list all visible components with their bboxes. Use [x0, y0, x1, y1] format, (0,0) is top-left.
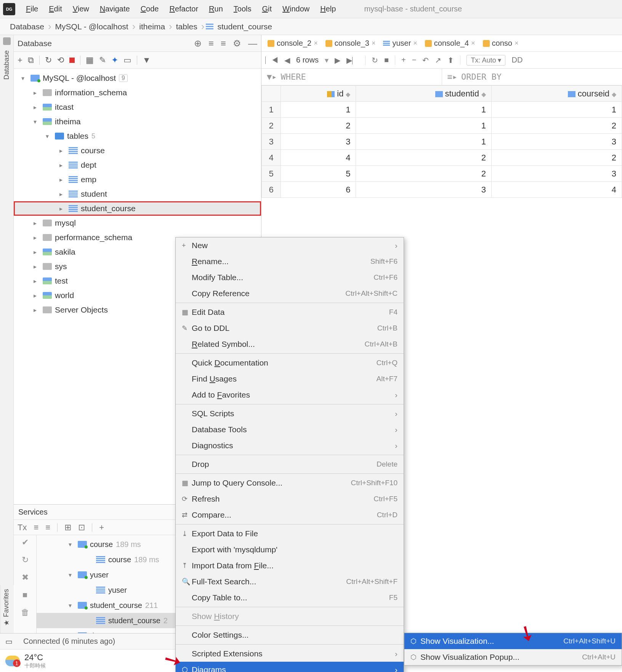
ctx-color-settings-[interactable]: Color Settings... [176, 627, 404, 643]
ctx-new[interactable]: +New› [176, 237, 404, 253]
ctx-rename-[interactable]: Rename...Shift+F6 [176, 253, 404, 269]
srv-child-yuser[interactable]: yuser [37, 582, 189, 598]
collapse-icon[interactable]: ≡ [221, 38, 226, 49]
menu-run[interactable]: Run [204, 3, 228, 15]
ctx-drop[interactable]: DropDelete [176, 456, 404, 472]
bc-table[interactable]: student_course [215, 22, 274, 31]
ctx-sql-scripts[interactable]: SQL Scripts› [176, 406, 404, 422]
database-tool-label[interactable]: Database [3, 47, 11, 83]
orderby-filter[interactable]: ≡▸ORDER BY [442, 69, 622, 85]
srv-course[interactable]: ▾course189 ms [37, 537, 189, 552]
next-icon[interactable]: ▶ [335, 56, 340, 65]
add-row-icon[interactable]: + [401, 56, 406, 64]
menu-file[interactable]: File [21, 3, 43, 15]
cancel-icon[interactable]: ✖ [22, 573, 29, 582]
menu-navigate[interactable]: Navigate [95, 3, 135, 15]
bc-connection[interactable]: MySQL - @localhost [53, 22, 131, 31]
row-count[interactable]: 6 rows [296, 56, 319, 64]
btn5-icon[interactable]: + [99, 523, 104, 532]
remove-row-icon[interactable]: − [412, 56, 417, 64]
refresh-icon[interactable]: ↻ [45, 55, 52, 65]
btn2-icon[interactable]: ≡ [45, 523, 50, 532]
tab-yuser[interactable]: yuser× [380, 35, 420, 51]
tree-mysql-localhost[interactable]: ▾MySQL - @localhost9 [14, 71, 261, 85]
stop-icon[interactable] [69, 55, 75, 65]
ctx-jump-to-query-console-[interactable]: ▦Jump to Query Console...Ctrl+Shift+F10 [176, 475, 404, 491]
ctx-diagnostics[interactable]: Diagnostics› [176, 438, 404, 454]
stop3-icon[interactable]: ■ [384, 56, 389, 64]
tx-mode[interactable]: Tx: Auto ▾ [466, 55, 505, 66]
menu-git[interactable]: Git [257, 3, 277, 15]
bc-database[interactable]: Database [8, 22, 46, 31]
first-icon[interactable]: ⎸◀ [265, 56, 278, 64]
console-icon[interactable]: ▭ [123, 55, 131, 65]
col-studentid[interactable]: studentid◆ [356, 86, 492, 102]
ctx-related-symbol-[interactable]: Related Symbol...Ctrl+Alt+B [176, 336, 404, 352]
tree-emp[interactable]: ▸emp [14, 172, 261, 187]
diagrams-submenu[interactable]: ⬡Show Visualization...Ctrl+Alt+Shift+U⬡S… [404, 633, 622, 666]
submit-icon[interactable]: ⬆ [447, 56, 454, 65]
tab-console_3[interactable]: console_3× [322, 35, 379, 51]
menu-edit[interactable]: Edit [43, 3, 67, 15]
col-id[interactable]: id◆ [281, 86, 356, 102]
database-tool-icon[interactable] [3, 37, 11, 45]
ctx-export-with-mysqldump-[interactable]: Export with 'mysqldump' [176, 542, 404, 558]
btn4-icon[interactable]: ⊡ [78, 523, 85, 532]
ctx-refresh[interactable]: ⟳RefreshCtrl+F5 [176, 491, 404, 507]
ctx-full-text-search-[interactable]: 🔍Full-Text Search...Ctrl+Alt+Shift+F [176, 574, 404, 590]
tree-course[interactable]: ▸course [14, 143, 261, 158]
tree-student[interactable]: ▸student [14, 187, 261, 201]
context-menu[interactable]: +New›Rename...Shift+F6Modify Table...Ctr… [175, 237, 404, 672]
close-icon[interactable]: × [471, 39, 475, 47]
last-icon[interactable]: ▶⎸ [346, 56, 359, 65]
weather-icon[interactable] [5, 656, 20, 666]
tree-itcast[interactable]: ▸itcast [14, 100, 261, 114]
tree-information-schema[interactable]: ▸information_schema [14, 85, 261, 100]
srv-student_course[interactable]: ▾student_course211 [37, 598, 189, 613]
tree-dept[interactable]: ▸dept [14, 158, 261, 172]
ctx-add-to-favorites[interactable]: Add to Favorites› [176, 387, 404, 403]
tree-itheima[interactable]: ▾itheima [14, 114, 261, 129]
revert-icon[interactable]: ↶ [422, 56, 429, 65]
pin-icon[interactable]: ✦ [111, 55, 118, 65]
reload-icon[interactable]: ↻ [22, 555, 29, 565]
tab-console_2[interactable]: console_2× [265, 35, 321, 51]
close-icon[interactable]: × [372, 39, 376, 47]
ctx-edit-data[interactable]: ▦Edit DataF4 [176, 304, 404, 320]
srv-yuser[interactable]: ▾yuser [37, 567, 189, 582]
expand-icon[interactable]: ≡ [208, 38, 214, 49]
minimize-icon[interactable]: — [248, 38, 257, 49]
event-log-icon[interactable]: ▭ [5, 637, 13, 646]
filter-icon[interactable]: ▼ [143, 55, 151, 65]
ctx-diagrams[interactable]: ⬡Diagrams› [176, 662, 404, 672]
tree-student-course[interactable]: ▸student_course [14, 201, 261, 216]
bc-tables[interactable]: tables [174, 22, 200, 31]
reload2-icon[interactable]: ↻ [372, 56, 378, 65]
menu-tools[interactable]: Tools [228, 3, 257, 15]
btn3-icon[interactable]: ⊞ [64, 523, 71, 532]
target-icon[interactable]: ⊕ [194, 38, 202, 49]
close-icon[interactable]: × [515, 39, 519, 47]
menu-window[interactable]: Window [277, 3, 315, 15]
prev-icon[interactable]: ◀ [284, 56, 290, 65]
ctx-compare-[interactable]: ⇄Compare...Ctrl+D [176, 507, 404, 523]
edit-icon[interactable]: ✎ [99, 55, 106, 65]
ctx-import-data-from-file-[interactable]: ⤒Import Data from File... [176, 558, 404, 574]
stop2-icon[interactable]: ■ [22, 590, 27, 600]
ctx-find-usages[interactable]: Find UsagesAlt+F7 [176, 371, 404, 387]
ctx-quick-documentation[interactable]: Quick DocumentationCtrl+Q [176, 355, 404, 371]
srv-child-student_course[interactable]: student_course2 [37, 613, 189, 628]
srv-child-course[interactable]: course189 ms [37, 552, 189, 567]
col-courseid[interactable]: courseid◆ [491, 86, 622, 102]
close-icon[interactable]: × [314, 39, 318, 47]
btn1-icon[interactable]: ≡ [34, 523, 38, 532]
ctx-copy-table-to-[interactable]: Copy Table to...F5 [176, 590, 404, 606]
sync-icon[interactable]: ⟲ [57, 55, 64, 65]
ctx-scripted-extensions[interactable]: Scripted Extensions› [176, 646, 404, 662]
gear-icon[interactable]: ⚙ [233, 38, 241, 49]
menu-view[interactable]: View [67, 3, 95, 15]
tree-tables[interactable]: ▾tables5 [14, 129, 261, 143]
grid-icon[interactable]: ▦ [86, 55, 94, 65]
sub-show-visualization-[interactable]: ⬡Show Visualization...Ctrl+Alt+Shift+U [404, 633, 622, 649]
tab-conso[interactable]: conso× [480, 35, 522, 51]
